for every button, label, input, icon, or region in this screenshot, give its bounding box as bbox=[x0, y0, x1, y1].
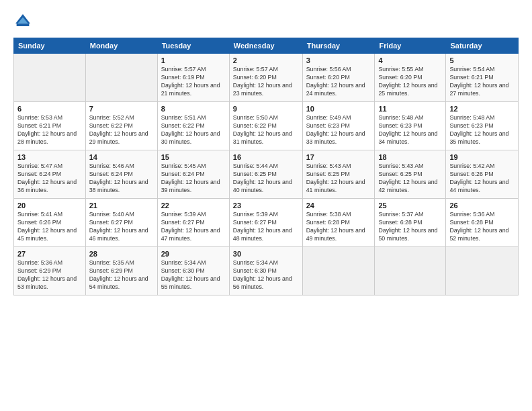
day-number: 16 bbox=[233, 153, 299, 161]
calendar-cell: 7Sunrise: 5:52 AM Sunset: 6:22 PM Daylig… bbox=[85, 102, 157, 150]
day-number: 23 bbox=[233, 201, 299, 210]
day-detail: Sunrise: 5:50 AM Sunset: 6:22 PM Dayligh… bbox=[233, 114, 299, 146]
day-number: 17 bbox=[306, 153, 371, 161]
day-detail: Sunrise: 5:45 AM Sunset: 6:24 PM Dayligh… bbox=[161, 163, 226, 195]
day-number: 11 bbox=[378, 105, 442, 113]
calendar-cell: 24Sunrise: 5:38 AM Sunset: 6:28 PM Dayli… bbox=[302, 199, 375, 247]
calendar-cell bbox=[375, 247, 446, 295]
day-number: 12 bbox=[449, 105, 515, 113]
day-number: 22 bbox=[161, 201, 226, 210]
calendar-cell: 9Sunrise: 5:50 AM Sunset: 6:22 PM Daylig… bbox=[229, 102, 302, 150]
day-number: 30 bbox=[233, 250, 299, 258]
day-detail: Sunrise: 5:40 AM Sunset: 6:27 PM Dayligh… bbox=[89, 211, 154, 243]
day-detail: Sunrise: 5:41 AM Sunset: 6:26 PM Dayligh… bbox=[17, 211, 82, 243]
day-detail: Sunrise: 5:36 AM Sunset: 6:28 PM Dayligh… bbox=[449, 211, 515, 243]
calendar-cell: 2Sunrise: 5:57 AM Sunset: 6:20 PM Daylig… bbox=[229, 54, 302, 102]
day-number: 24 bbox=[306, 201, 371, 210]
day-detail: Sunrise: 5:51 AM Sunset: 6:22 PM Dayligh… bbox=[161, 114, 226, 146]
day-number: 13 bbox=[17, 153, 82, 161]
day-detail: Sunrise: 5:52 AM Sunset: 6:22 PM Dayligh… bbox=[89, 114, 154, 146]
day-detail: Sunrise: 5:36 AM Sunset: 6:29 PM Dayligh… bbox=[17, 259, 82, 291]
day-number: 28 bbox=[89, 250, 154, 258]
logo-icon bbox=[13, 12, 32, 31]
day-number: 20 bbox=[17, 201, 82, 210]
day-detail: Sunrise: 5:56 AM Sunset: 6:20 PM Dayligh… bbox=[306, 66, 371, 98]
day-number: 10 bbox=[306, 105, 371, 113]
day-number: 9 bbox=[233, 105, 299, 113]
weekday-header-wednesday: Wednesday bbox=[229, 38, 302, 54]
calendar-cell: 10Sunrise: 5:49 AM Sunset: 6:23 PM Dayli… bbox=[302, 102, 375, 150]
calendar-cell: 20Sunrise: 5:41 AM Sunset: 6:26 PM Dayli… bbox=[14, 199, 86, 247]
calendar-cell: 12Sunrise: 5:48 AM Sunset: 6:23 PM Dayli… bbox=[446, 102, 519, 150]
day-detail: Sunrise: 5:43 AM Sunset: 6:25 PM Dayligh… bbox=[306, 163, 371, 195]
day-detail: Sunrise: 5:54 AM Sunset: 6:21 PM Dayligh… bbox=[449, 66, 515, 98]
day-number: 3 bbox=[306, 56, 371, 64]
day-number: 2 bbox=[233, 56, 299, 64]
calendar-cell: 13Sunrise: 5:47 AM Sunset: 6:24 PM Dayli… bbox=[14, 150, 86, 199]
day-detail: Sunrise: 5:53 AM Sunset: 6:21 PM Dayligh… bbox=[17, 114, 82, 146]
calendar-cell: 4Sunrise: 5:55 AM Sunset: 6:20 PM Daylig… bbox=[375, 54, 446, 102]
calendar-cell: 11Sunrise: 5:48 AM Sunset: 6:23 PM Dayli… bbox=[375, 102, 446, 150]
week-row-4: 20Sunrise: 5:41 AM Sunset: 6:26 PM Dayli… bbox=[14, 199, 519, 247]
calendar-cell: 29Sunrise: 5:34 AM Sunset: 6:30 PM Dayli… bbox=[157, 247, 229, 295]
day-detail: Sunrise: 5:48 AM Sunset: 6:23 PM Dayligh… bbox=[378, 114, 442, 146]
day-detail: Sunrise: 5:43 AM Sunset: 6:25 PM Dayligh… bbox=[378, 163, 442, 195]
weekday-header-tuesday: Tuesday bbox=[157, 38, 229, 54]
day-number: 21 bbox=[89, 201, 154, 210]
weekday-header-monday: Monday bbox=[85, 38, 157, 54]
week-row-2: 6Sunrise: 5:53 AM Sunset: 6:21 PM Daylig… bbox=[14, 102, 519, 150]
day-number: 26 bbox=[449, 201, 515, 210]
day-number: 1 bbox=[161, 56, 226, 64]
logo bbox=[13, 12, 35, 31]
weekday-header-sunday: Sunday bbox=[14, 38, 86, 54]
calendar-cell bbox=[446, 247, 519, 295]
calendar-cell: 22Sunrise: 5:39 AM Sunset: 6:27 PM Dayli… bbox=[157, 199, 229, 247]
calendar-cell: 25Sunrise: 5:37 AM Sunset: 6:28 PM Dayli… bbox=[375, 199, 446, 247]
day-detail: Sunrise: 5:46 AM Sunset: 6:24 PM Dayligh… bbox=[89, 163, 154, 195]
calendar-cell: 17Sunrise: 5:43 AM Sunset: 6:25 PM Dayli… bbox=[302, 150, 375, 199]
day-detail: Sunrise: 5:34 AM Sunset: 6:30 PM Dayligh… bbox=[233, 259, 299, 291]
calendar-cell: 18Sunrise: 5:43 AM Sunset: 6:25 PM Dayli… bbox=[375, 150, 446, 199]
svg-rect-3 bbox=[17, 24, 30, 26]
weekday-header-saturday: Saturday bbox=[446, 38, 519, 54]
day-detail: Sunrise: 5:47 AM Sunset: 6:24 PM Dayligh… bbox=[17, 163, 82, 195]
header bbox=[13, 12, 519, 31]
calendar-cell bbox=[14, 54, 86, 102]
calendar-cell: 16Sunrise: 5:44 AM Sunset: 6:25 PM Dayli… bbox=[229, 150, 302, 199]
day-number: 27 bbox=[17, 250, 82, 258]
day-number: 8 bbox=[161, 105, 226, 113]
day-detail: Sunrise: 5:39 AM Sunset: 6:27 PM Dayligh… bbox=[161, 211, 226, 243]
day-detail: Sunrise: 5:49 AM Sunset: 6:23 PM Dayligh… bbox=[306, 114, 371, 146]
day-detail: Sunrise: 5:48 AM Sunset: 6:23 PM Dayligh… bbox=[449, 114, 515, 146]
day-detail: Sunrise: 5:55 AM Sunset: 6:20 PM Dayligh… bbox=[378, 66, 442, 98]
day-detail: Sunrise: 5:38 AM Sunset: 6:28 PM Dayligh… bbox=[306, 211, 371, 243]
calendar-cell: 1Sunrise: 5:57 AM Sunset: 6:19 PM Daylig… bbox=[157, 54, 229, 102]
calendar-cell bbox=[85, 54, 157, 102]
day-detail: Sunrise: 5:34 AM Sunset: 6:30 PM Dayligh… bbox=[161, 259, 226, 291]
week-row-5: 27Sunrise: 5:36 AM Sunset: 6:29 PM Dayli… bbox=[14, 247, 519, 295]
day-number: 19 bbox=[449, 153, 515, 161]
calendar-cell: 14Sunrise: 5:46 AM Sunset: 6:24 PM Dayli… bbox=[85, 150, 157, 199]
day-detail: Sunrise: 5:42 AM Sunset: 6:26 PM Dayligh… bbox=[449, 163, 515, 195]
calendar-cell: 27Sunrise: 5:36 AM Sunset: 6:29 PM Dayli… bbox=[14, 247, 86, 295]
day-detail: Sunrise: 5:44 AM Sunset: 6:25 PM Dayligh… bbox=[233, 163, 299, 195]
day-number: 4 bbox=[378, 56, 442, 64]
week-row-3: 13Sunrise: 5:47 AM Sunset: 6:24 PM Dayli… bbox=[14, 150, 519, 199]
calendar-cell: 23Sunrise: 5:39 AM Sunset: 6:27 PM Dayli… bbox=[229, 199, 302, 247]
day-detail: Sunrise: 5:57 AM Sunset: 6:20 PM Dayligh… bbox=[233, 66, 299, 98]
weekday-header-friday: Friday bbox=[375, 38, 446, 54]
calendar-cell: 21Sunrise: 5:40 AM Sunset: 6:27 PM Dayli… bbox=[85, 199, 157, 247]
weekday-header-row: SundayMondayTuesdayWednesdayThursdayFrid… bbox=[14, 38, 519, 54]
day-detail: Sunrise: 5:35 AM Sunset: 6:29 PM Dayligh… bbox=[89, 259, 154, 291]
day-number: 7 bbox=[89, 105, 154, 113]
week-row-1: 1Sunrise: 5:57 AM Sunset: 6:19 PM Daylig… bbox=[14, 54, 519, 102]
day-detail: Sunrise: 5:37 AM Sunset: 6:28 PM Dayligh… bbox=[378, 211, 442, 243]
day-number: 29 bbox=[161, 250, 226, 258]
day-number: 15 bbox=[161, 153, 226, 161]
calendar-cell: 28Sunrise: 5:35 AM Sunset: 6:29 PM Dayli… bbox=[85, 247, 157, 295]
day-number: 25 bbox=[378, 201, 442, 210]
calendar-cell bbox=[302, 247, 375, 295]
calendar-cell: 30Sunrise: 5:34 AM Sunset: 6:30 PM Dayli… bbox=[229, 247, 302, 295]
day-number: 5 bbox=[449, 56, 515, 64]
day-detail: Sunrise: 5:57 AM Sunset: 6:19 PM Dayligh… bbox=[161, 66, 226, 98]
